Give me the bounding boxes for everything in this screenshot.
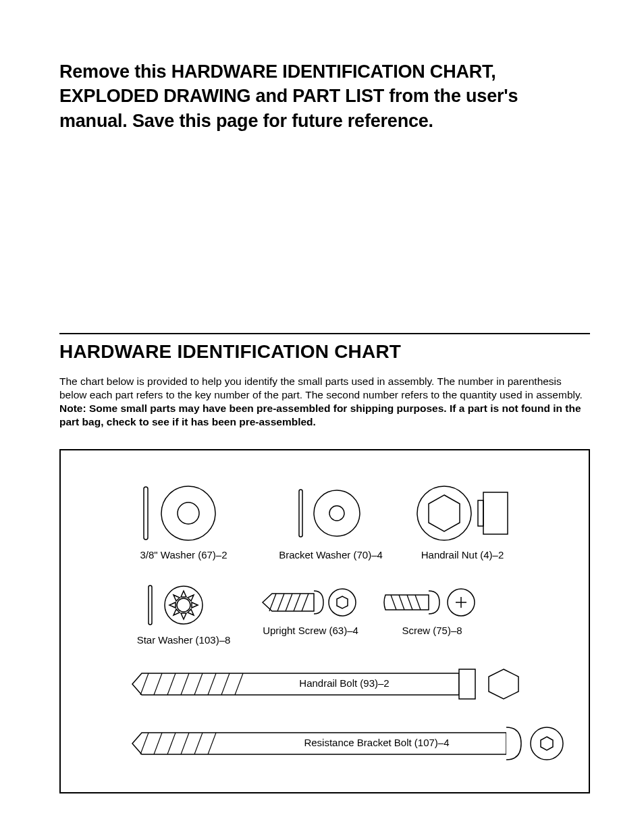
- desc-bold: Note: Some small parts may have been pre…: [59, 402, 581, 427]
- svg-line-28: [154, 673, 162, 695]
- bracket-washer-label: Bracket Washer (70)–4: [277, 549, 385, 561]
- svg-marker-36: [489, 669, 518, 699]
- upright-screw-icon: [260, 585, 361, 619]
- star-washer-label: Star Washer (103)–8: [130, 634, 238, 646]
- svg-line-39: [167, 733, 176, 754]
- upright-screw-label: Upright Screw (63)–4: [250, 625, 371, 636]
- intro-text: Remove this HARDWARE IDENTIFICATION CHAR…: [59, 59, 590, 133]
- section-title: HARDWARE IDENTIFICATION CHART: [59, 341, 590, 363]
- svg-line-32: [208, 673, 216, 695]
- svg-line-20: [391, 595, 396, 610]
- star-washer-icon: [143, 581, 224, 629]
- screw-icon: [381, 585, 483, 619]
- svg-line-40: [181, 733, 189, 754]
- svg-line-29: [167, 673, 176, 695]
- svg-line-38: [154, 733, 162, 754]
- svg-point-18: [329, 589, 356, 616]
- svg-rect-10: [149, 585, 152, 625]
- svg-rect-9: [483, 492, 508, 534]
- svg-line-37: [140, 733, 149, 754]
- svg-line-27: [140, 673, 149, 695]
- desc-plain: The chart below is provided to help you …: [59, 375, 583, 400]
- divider: [59, 333, 590, 334]
- handrail-nut-label: Handrail Nut (4)–2: [405, 549, 520, 561]
- svg-line-41: [194, 733, 203, 754]
- svg-point-43: [531, 727, 563, 760]
- svg-rect-8: [478, 500, 483, 526]
- svg-line-34: [235, 673, 243, 695]
- chart-description: The chart below is provided to help you …: [59, 375, 590, 428]
- svg-line-16: [294, 594, 300, 611]
- svg-rect-3: [299, 490, 302, 537]
- handrail-nut-icon: [412, 483, 513, 544]
- svg-line-17: [302, 594, 308, 611]
- svg-rect-35: [459, 669, 475, 699]
- svg-line-15: [286, 594, 292, 611]
- svg-line-42: [208, 733, 216, 754]
- svg-line-14: [277, 594, 284, 611]
- svg-line-33: [221, 673, 230, 695]
- svg-line-30: [181, 673, 189, 695]
- svg-marker-7: [429, 495, 460, 531]
- bracket-washer-icon: [294, 483, 368, 544]
- svg-point-5: [329, 506, 344, 521]
- svg-line-23: [415, 595, 421, 610]
- svg-point-12: [177, 598, 190, 612]
- handrail-bolt-label: Handrail Bolt (93)–2: [263, 677, 425, 689]
- resistance-bolt-label: Resistance Bracket Bolt (107)–4: [282, 737, 471, 748]
- svg-line-21: [399, 595, 404, 610]
- washer-38-label: 3/8" Washer (67)–2: [130, 549, 238, 561]
- svg-point-4: [314, 490, 360, 536]
- svg-marker-19: [337, 596, 348, 608]
- screw-label: Screw (75)–8: [378, 625, 486, 636]
- washer-icon: [140, 483, 227, 544]
- svg-marker-44: [541, 737, 553, 750]
- svg-point-1: [161, 486, 215, 540]
- svg-line-31: [194, 673, 203, 695]
- svg-rect-0: [144, 487, 148, 540]
- svg-line-13: [269, 594, 276, 611]
- svg-point-2: [178, 502, 199, 524]
- svg-point-6: [417, 486, 471, 540]
- hardware-chart: 3/8" Washer (67)–2 Bracket Washer (70)–4…: [59, 449, 590, 793]
- svg-line-22: [407, 595, 412, 610]
